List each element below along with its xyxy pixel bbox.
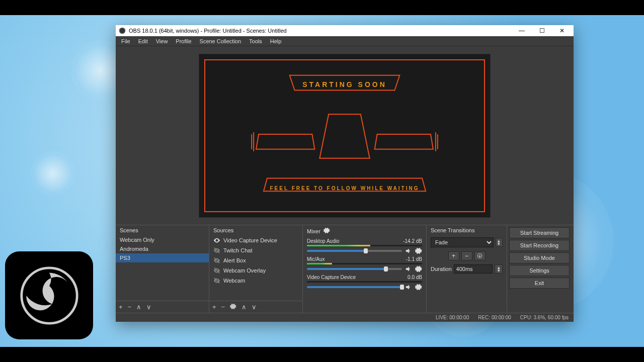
channel-gear-icon[interactable]: [415, 284, 422, 291]
channel-name: Mic/Aux: [307, 256, 325, 262]
sources-panel: Sources Video Capture DeviceTwitch ChatA…: [209, 225, 303, 313]
status-cpu: CPU: 3.6%, 60.00 fps: [520, 315, 569, 320]
mixer-channel: Mic/Aux-1.1 dB: [303, 255, 426, 273]
exit-button[interactable]: Exit: [509, 278, 570, 289]
minimize-button[interactable]: —: [513, 25, 530, 36]
scene-row[interactable]: PS3: [116, 253, 209, 262]
svg-point-16: [479, 255, 480, 257]
svg-marker-6: [375, 134, 433, 149]
menu-edit[interactable]: Edit: [135, 37, 151, 45]
transition-spin-icon[interactable]: ▴▾: [496, 238, 503, 247]
scenes-header: Scenes: [116, 225, 209, 235]
visibility-icon[interactable]: [213, 237, 220, 244]
status-rec: REC: 00:00:00: [478, 315, 511, 320]
source-down-button[interactable]: ∨: [252, 303, 257, 311]
mixer-channel: Video Capture Device0.0 dB: [303, 273, 426, 291]
channel-db: 0.0 dB: [408, 275, 422, 280]
svg-marker-4: [319, 114, 369, 158]
speaker-icon[interactable]: [405, 284, 412, 291]
svg-point-1: [119, 28, 126, 34]
sources-list[interactable]: Video Capture DeviceTwitch ChatAlert Box…: [209, 235, 302, 301]
scene-row[interactable]: Webcam Only: [116, 235, 209, 244]
transition-select[interactable]: Fade: [431, 237, 494, 247]
duration-label: Duration: [431, 266, 452, 272]
mixer-header: Mixer: [303, 225, 426, 237]
mixer-settings-icon[interactable]: [324, 227, 330, 235]
mixer-list: Desktop Audio-14.2 dBMic/Aux-1.1 dBVideo…: [303, 237, 426, 313]
sources-toolbar: + − ∧ ∨: [209, 301, 302, 313]
menu-help[interactable]: Help: [267, 37, 285, 45]
preview-subtext: FEEL FREE TO FOLLOW WHILE WAITING: [270, 186, 420, 191]
scenes-list[interactable]: Webcam OnlyAndromedaPS3: [116, 235, 209, 301]
channel-name: Video Capture Device: [307, 275, 356, 280]
source-label: Twitch Chat: [223, 247, 252, 253]
duration-spin-icon[interactable]: ▴▾: [495, 264, 503, 274]
statusbar: LIVE: 00:00:00 REC: 00:00:00 CPU: 3.6%, …: [116, 313, 574, 322]
maximize-button[interactable]: ☐: [533, 25, 550, 36]
source-row[interactable]: Alert Box: [209, 255, 302, 265]
scenes-panel: Scenes Webcam OnlyAndromedaPS3 + − ∧ ∨: [116, 225, 209, 313]
preview-heading: STARTING SOON: [302, 80, 387, 88]
menu-scene-collection[interactable]: Scene Collection: [196, 37, 245, 45]
source-row[interactable]: Twitch Chat: [209, 245, 302, 255]
sources-header: Sources: [209, 225, 302, 235]
transition-add-button[interactable]: +: [448, 251, 459, 260]
volume-slider[interactable]: [307, 268, 402, 270]
volume-slider[interactable]: [307, 286, 402, 288]
titlebar: OBS 18.0.1 (64bit, windows) - Profile: U…: [116, 25, 574, 36]
source-remove-button[interactable]: −: [221, 303, 225, 311]
scene-add-button[interactable]: +: [119, 303, 123, 311]
scenes-toolbar: + − ∧ ∨: [116, 301, 209, 313]
scene-remove-button[interactable]: −: [128, 303, 132, 311]
source-label: Video Capture Device: [223, 237, 277, 243]
speaker-icon[interactable]: [405, 265, 412, 273]
visibility-icon[interactable]: [213, 277, 220, 284]
obs-window: OBS 18.0.1 (64bit, windows) - Profile: U…: [116, 25, 574, 322]
source-row[interactable]: Webcam Overlay: [209, 265, 302, 276]
obs-icon: [119, 27, 126, 34]
controls-panel: Start Streaming Start Recording Studio M…: [507, 225, 572, 313]
menu-profile[interactable]: Profile: [172, 37, 195, 45]
transition-settings-button[interactable]: [474, 251, 486, 260]
close-button[interactable]: ✕: [553, 25, 571, 36]
source-settings-button[interactable]: [230, 303, 236, 311]
studio-mode-button[interactable]: Studio Mode: [509, 252, 570, 263]
source-add-button[interactable]: +: [212, 303, 216, 311]
visibility-icon[interactable]: [213, 257, 220, 264]
visibility-icon[interactable]: [213, 247, 220, 254]
start-streaming-button[interactable]: Start Streaming: [509, 227, 570, 238]
transition-remove-button[interactable]: −: [461, 251, 472, 260]
mixer-channel: Desktop Audio-14.2 dB: [303, 237, 426, 255]
audio-meter: [307, 263, 422, 264]
obs-logo-corner: [5, 251, 93, 339]
scene-down-button[interactable]: ∨: [146, 303, 151, 311]
mixer-panel: Mixer Desktop Audio-14.2 dBMic/Aux-1.1 d…: [303, 225, 427, 313]
start-recording-button[interactable]: Start Recording: [509, 240, 570, 251]
menu-view[interactable]: View: [152, 37, 172, 45]
preview-area[interactable]: STARTING SOON FEEL FREE TO FOLLOW WHILE …: [116, 46, 574, 225]
menubar: File Edit View Profile Scene Collection …: [116, 36, 574, 46]
channel-db: -14.2 dB: [403, 238, 422, 244]
svg-marker-5: [256, 134, 314, 149]
source-up-button[interactable]: ∧: [242, 303, 247, 311]
source-label: Alert Box: [223, 257, 246, 263]
channel-gear-icon[interactable]: [415, 247, 422, 254]
speaker-icon[interactable]: [405, 247, 412, 254]
transitions-panel: Scene Transitions Fade ▴▾ + − Duration ▴…: [427, 225, 507, 313]
visibility-icon[interactable]: [213, 267, 220, 274]
source-row[interactable]: Video Capture Device: [209, 235, 302, 245]
preview-canvas: STARTING SOON FEEL FREE TO FOLLOW WHILE …: [199, 54, 491, 218]
settings-button[interactable]: Settings: [509, 265, 570, 276]
source-row[interactable]: Webcam: [209, 276, 302, 286]
source-label: Webcam Overlay: [223, 267, 266, 274]
channel-gear-icon[interactable]: [415, 265, 422, 273]
duration-input[interactable]: [454, 264, 493, 274]
scene-up-button[interactable]: ∧: [136, 303, 141, 311]
bottom-panels: Scenes Webcam OnlyAndromedaPS3 + − ∧ ∨ S…: [116, 225, 574, 313]
status-live: LIVE: 00:00:00: [436, 315, 469, 320]
menu-tools[interactable]: Tools: [246, 37, 266, 45]
scene-row[interactable]: Andromeda: [116, 244, 209, 253]
menu-file[interactable]: File: [118, 37, 134, 45]
volume-slider[interactable]: [307, 250, 402, 252]
window-title: OBS 18.0.1 (64bit, windows) - Profile: U…: [129, 28, 510, 34]
